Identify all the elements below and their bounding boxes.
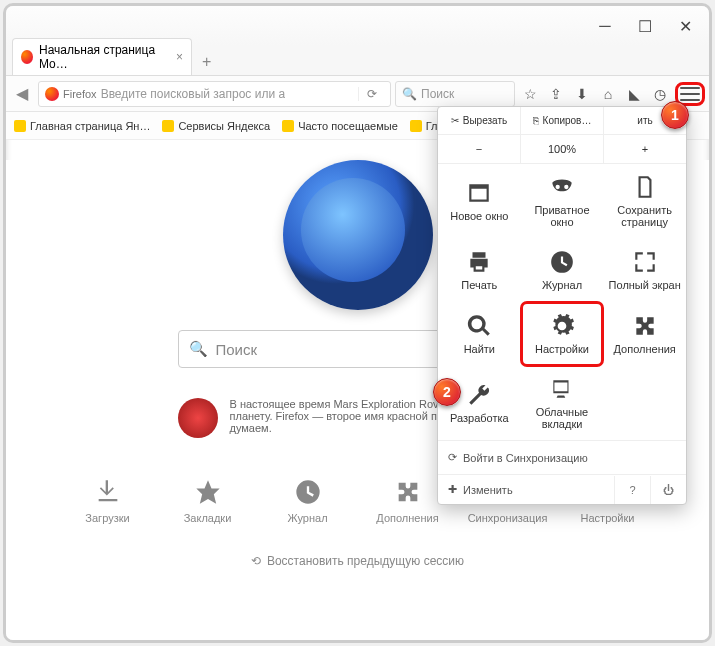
back-button[interactable]: ◀ bbox=[10, 82, 34, 106]
history-item[interactable]: Журнал bbox=[521, 238, 604, 302]
search-bar[interactable]: 🔍 Поиск bbox=[395, 81, 515, 107]
quit-button[interactable]: ⏻ bbox=[650, 476, 686, 504]
share-icon[interactable]: ⇪ bbox=[545, 83, 567, 105]
bookmarks-link[interactable]: Закладки bbox=[173, 478, 243, 524]
downloads-icon[interactable]: ⬇ bbox=[571, 83, 593, 105]
callout-2: 2 bbox=[433, 378, 461, 406]
bookmark-item[interactable]: Главная страница Ян… bbox=[14, 120, 150, 132]
close-button[interactable]: ✕ bbox=[665, 11, 705, 41]
plus-icon: ✚ bbox=[448, 483, 457, 496]
download-icon bbox=[94, 478, 122, 506]
cut-button[interactable]: ✂Вырезать bbox=[438, 107, 521, 134]
copy-icon: ⎘ bbox=[533, 115, 539, 126]
pocket-icon[interactable]: ◣ bbox=[623, 83, 645, 105]
copy-button[interactable]: ⎘Копиров… bbox=[521, 107, 604, 134]
wrench-icon bbox=[466, 382, 492, 408]
zoom-in-button[interactable]: + bbox=[604, 135, 686, 163]
search-icon: 🔍 bbox=[189, 340, 208, 358]
firefox-favicon-icon bbox=[21, 50, 33, 64]
clock-icon bbox=[294, 478, 322, 506]
search-icon: 🔍 bbox=[402, 87, 417, 101]
device-icon bbox=[549, 376, 575, 402]
page-icon bbox=[632, 174, 658, 200]
window-icon bbox=[466, 180, 492, 206]
zoom-out-button[interactable]: − bbox=[438, 135, 521, 163]
sign-in-sync-item[interactable]: ⟳ Войти в Синхронизацию bbox=[438, 440, 686, 474]
restore-session-link[interactable]: ⟲ Восстановить предыдущую сессию bbox=[6, 554, 709, 568]
favicon-icon bbox=[162, 120, 174, 132]
firefox-icon bbox=[45, 87, 59, 101]
home-icon[interactable]: ⌂ bbox=[597, 83, 619, 105]
firefox-logo-icon bbox=[283, 160, 433, 310]
addons-item[interactable]: Дополнения bbox=[603, 302, 686, 366]
url-placeholder: Введите поисковый запрос или а bbox=[101, 87, 285, 101]
favicon-icon bbox=[14, 120, 26, 132]
puzzle-icon bbox=[394, 478, 422, 506]
downloads-link[interactable]: Загрузки bbox=[73, 478, 143, 524]
printer-icon bbox=[466, 249, 492, 275]
callout-1: 1 bbox=[661, 101, 689, 129]
scissors-icon: ✂ bbox=[451, 115, 459, 126]
reload-icon[interactable]: ⟳ bbox=[358, 87, 384, 101]
new-tab-button[interactable]: + bbox=[192, 49, 221, 75]
minimize-button[interactable]: ─ bbox=[585, 11, 625, 41]
cloud-tabs-item[interactable]: Облачные вкладки bbox=[521, 366, 604, 440]
private-window-item[interactable]: Приватное окно bbox=[521, 164, 604, 238]
puzzle-icon bbox=[632, 313, 658, 339]
addons-link[interactable]: Дополнения bbox=[373, 478, 443, 524]
mars-icon bbox=[178, 398, 218, 438]
search-placeholder: Поиск bbox=[216, 341, 258, 358]
url-prefix: Firefox bbox=[63, 88, 97, 100]
sync-icon: ⟳ bbox=[448, 451, 457, 464]
fullscreen-item[interactable]: Полный экран bbox=[603, 238, 686, 302]
bookmark-item[interactable]: Часто посещаемые bbox=[282, 120, 398, 132]
app-menu-panel: ✂Вырезать ⎘Копиров… ить − 100% + Новое о… bbox=[437, 106, 687, 505]
snippet-text: В настоящее время Mars Exploration Rover… bbox=[230, 398, 458, 438]
url-bar[interactable]: Firefox Введите поисковый запрос или а ⟳ bbox=[38, 81, 391, 107]
print-item[interactable]: Печать bbox=[438, 238, 521, 302]
find-item[interactable]: Найти bbox=[438, 302, 521, 366]
gear-icon bbox=[549, 313, 575, 339]
browser-tab[interactable]: Начальная страница Mo… × bbox=[12, 38, 192, 75]
bookmark-item[interactable]: Сервисы Яндекса bbox=[162, 120, 270, 132]
fullscreen-icon bbox=[632, 249, 658, 275]
customize-button[interactable]: ✚Изменить bbox=[438, 475, 614, 504]
star-icon bbox=[194, 478, 222, 506]
tab-strip: Начальная страница Mo… × + bbox=[6, 46, 709, 76]
restore-icon: ⟲ bbox=[251, 554, 261, 568]
search-icon bbox=[466, 313, 492, 339]
new-window-item[interactable]: Новое окно bbox=[438, 164, 521, 238]
help-button[interactable]: ? bbox=[614, 476, 650, 504]
mask-icon bbox=[549, 174, 575, 200]
tab-close-icon[interactable]: × bbox=[176, 50, 183, 64]
clock-icon bbox=[549, 249, 575, 275]
bookmark-star-icon[interactable]: ☆ bbox=[519, 83, 541, 105]
history-link[interactable]: Журнал bbox=[273, 478, 343, 524]
save-page-item[interactable]: Сохранить страницу bbox=[603, 164, 686, 238]
maximize-button[interactable]: ☐ bbox=[625, 11, 665, 41]
tab-title: Начальная страница Mo… bbox=[39, 43, 166, 71]
zoom-value: 100% bbox=[521, 135, 604, 163]
favicon-icon bbox=[282, 120, 294, 132]
search-placeholder: Поиск bbox=[421, 87, 454, 101]
sync-icon[interactable]: ◷ bbox=[649, 83, 671, 105]
favicon-icon bbox=[410, 120, 422, 132]
settings-item[interactable]: Настройки bbox=[521, 302, 604, 366]
